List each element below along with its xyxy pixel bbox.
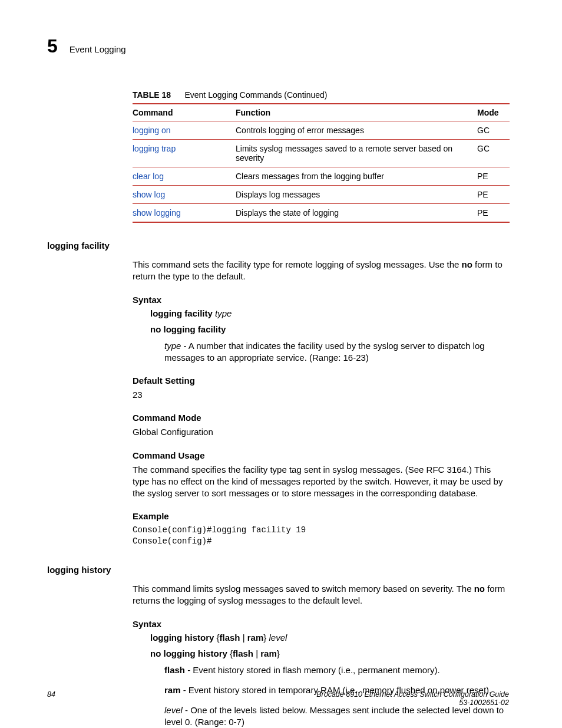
bold-no: no [474, 584, 485, 594]
syntax-italic: type [215, 308, 232, 318]
cmd-mode: PE [477, 204, 510, 223]
cmd-func: Controls logging of error messages [236, 121, 477, 140]
cmd-func: Clears messages from the logging buffer [236, 167, 477, 186]
cmd-mode: GC [477, 140, 510, 167]
cmd-func: Displays the state of logging [236, 204, 477, 223]
param-text: - Event history stored in flash memory (… [185, 665, 440, 675]
text: | [240, 633, 247, 643]
syntax-bold: no logging history [150, 648, 227, 658]
param-description: level - One of the levels listed below. … [164, 704, 509, 728]
table-block: TABLE 18 Event Logging Commands (Continu… [133, 90, 509, 223]
cmd-link[interactable]: logging on [133, 126, 171, 135]
th-mode: Mode [477, 104, 510, 121]
text: { [227, 648, 233, 658]
param-name: flash [164, 665, 185, 675]
th-command: Command [133, 104, 236, 121]
syntax-bold: flash [220, 633, 240, 643]
syntax-line: logging facility type [150, 308, 509, 318]
usage-heading: Command Usage [133, 450, 509, 460]
table-row: logging on Controls logging of error mes… [133, 121, 510, 140]
syntax-heading: Syntax [133, 619, 509, 629]
example-heading: Example [133, 511, 509, 521]
page-number: 84 [47, 690, 55, 699]
table-label: TABLE 18 [133, 90, 171, 100]
text: { [214, 633, 219, 643]
syntax-bold: logging history [150, 633, 214, 643]
chapter-number: 5 [47, 35, 58, 57]
param-text: - One of the levels listed below. Messag… [164, 705, 504, 727]
table-header-row: Command Function Mode [133, 104, 510, 121]
param-text: - A number that indicates the facility u… [164, 341, 485, 363]
syntax-line: logging history {flash | ram} level [150, 633, 509, 643]
default-heading: Default Setting [133, 375, 509, 386]
param-description: type - A number that indicates the facil… [164, 340, 509, 364]
text: This command sets the facility type for … [133, 259, 462, 269]
syntax-italic: level [269, 633, 287, 643]
section-body: This command sets the facility type for … [133, 259, 509, 547]
intro-paragraph: This command limits syslog messages save… [133, 583, 509, 607]
cmd-func: Displays log messages [236, 186, 477, 204]
text: } [277, 648, 280, 658]
syntax-heading: Syntax [133, 295, 509, 305]
table-row: show logging Displays the state of loggi… [133, 204, 510, 223]
cmd-mode: PE [477, 186, 510, 204]
cmd-func: Limits syslog messages saved to a remote… [236, 140, 477, 167]
section-heading-logging-history: logging history [47, 565, 509, 575]
text: | [253, 648, 260, 658]
cmd-link[interactable]: logging trap [133, 144, 176, 153]
page-header: 5 Event Logging [47, 35, 509, 57]
cmd-mode: GC [477, 121, 510, 140]
doc-number: 53-1002651-02 [459, 699, 509, 707]
table-row: logging trap Limits syslog messages save… [133, 140, 510, 167]
syntax-line: no logging facility [150, 324, 509, 334]
text: This command limits syslog messages save… [133, 584, 474, 594]
usage-text: The command specifies the facility type … [133, 464, 509, 500]
commands-table: Command Function Mode logging on Control… [133, 103, 510, 223]
syntax-bold: logging facility [150, 308, 215, 318]
table-row: show log Displays log messages PE [133, 186, 510, 204]
cmd-link[interactable]: show log [133, 190, 165, 199]
chapter-title: Event Logging [70, 44, 126, 54]
mode-heading: Command Mode [133, 413, 509, 423]
section-heading-logging-facility: logging facility [47, 241, 509, 251]
cmd-mode: PE [477, 167, 510, 186]
param-description: flash - Event history stored in flash me… [164, 664, 509, 676]
mode-value: Global Configuration [133, 426, 509, 438]
th-function: Function [236, 104, 477, 121]
table-row: clear log Clears messages from the loggi… [133, 167, 510, 186]
book-title: Brocade 6910 Ethernet Access Switch Conf… [316, 690, 509, 699]
default-value: 23 [133, 389, 509, 401]
example-code: Console(config)#logging facility 19 Cons… [133, 525, 509, 547]
syntax-bold: no logging facility [150, 324, 226, 334]
syntax-bold: ram [247, 633, 264, 643]
intro-paragraph: This command sets the facility type for … [133, 259, 509, 283]
param-name: type [164, 341, 181, 351]
table-caption-text: Event Logging Commands (Continued) [184, 90, 327, 100]
cmd-link[interactable]: show logging [133, 208, 181, 218]
bold-no: no [462, 259, 472, 269]
page-footer: 84 Brocade 6910 Ethernet Access Switch C… [47, 690, 509, 707]
cmd-link[interactable]: clear log [133, 172, 164, 181]
syntax-bold: flash [233, 648, 253, 658]
syntax-line: no logging history {flash | ram} [150, 648, 509, 658]
table-caption: TABLE 18 Event Logging Commands (Continu… [133, 90, 509, 100]
syntax-bold: ram [260, 648, 277, 658]
page: 5 Event Logging TABLE 18 Event Logging C… [0, 0, 562, 728]
